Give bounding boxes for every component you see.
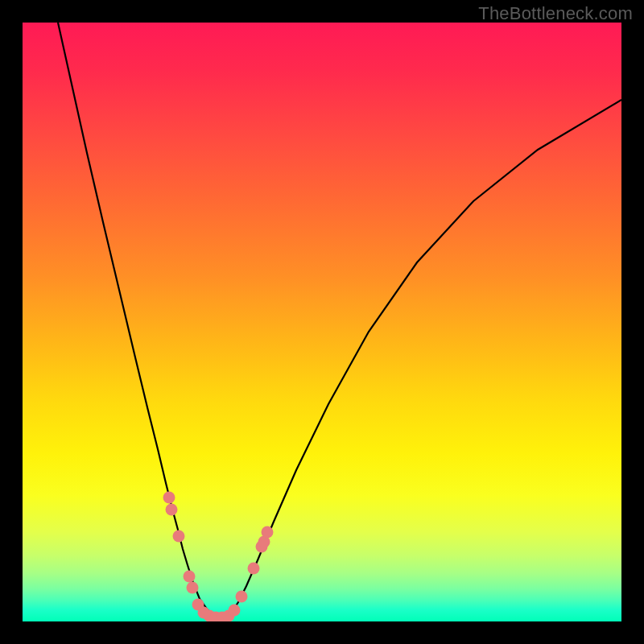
curve-marker [173,530,185,543]
curve-layer [23,23,621,621]
chart-frame: TheBottleneck.com [0,0,644,644]
curve-marker [163,492,175,504]
bottleneck-curve [58,23,621,617]
watermark-text: TheBottleneck.com [478,3,633,24]
curve-path [58,23,621,617]
curve-marker [262,526,274,539]
curve-marker [236,591,248,603]
curve-marker [184,571,196,583]
curve-marker [187,582,199,594]
curve-markers [163,492,274,622]
curve-marker [229,605,241,617]
curve-marker [166,504,178,516]
curve-marker [248,563,260,575]
plot-area [23,23,621,621]
